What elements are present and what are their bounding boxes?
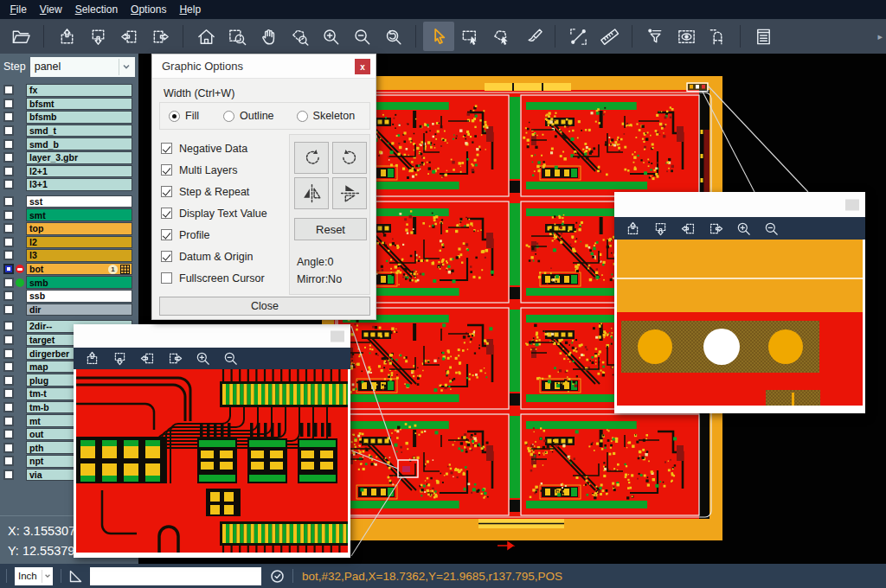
brush-select-button[interactable] bbox=[517, 22, 548, 51]
menu-selection[interactable]: Selection bbox=[68, 1, 124, 18]
zoom-window-titlebar[interactable] bbox=[74, 324, 350, 348]
layer-checkbox-bfsmt[interactable] bbox=[3, 99, 14, 109]
layer-item-dir[interactable]: dir bbox=[26, 304, 132, 316]
layer-item-smd_t[interactable]: smd_t bbox=[26, 125, 132, 137]
window-button[interactable] bbox=[331, 330, 344, 342]
radio-fill[interactable]: Fill bbox=[169, 110, 199, 122]
send-left-button[interactable] bbox=[136, 349, 158, 368]
zoom-out-button[interactable] bbox=[219, 349, 241, 368]
zoom-polygon-button[interactable] bbox=[284, 22, 315, 51]
layer-checkbox-via[interactable] bbox=[3, 470, 14, 480]
layer-checkbox-map[interactable] bbox=[3, 361, 14, 372]
close-icon[interactable]: x bbox=[355, 59, 370, 74]
unit-selector[interactable]: Inch bbox=[15, 567, 53, 585]
layer-item-l2+1[interactable]: l2+1 bbox=[26, 165, 132, 178]
send-up-button[interactable] bbox=[51, 22, 82, 51]
send-right-button[interactable] bbox=[144, 22, 176, 51]
layer-checkbox-tm-t[interactable] bbox=[3, 388, 14, 399]
pan-hand-button[interactable] bbox=[253, 22, 284, 51]
refresh-icon[interactable] bbox=[270, 569, 285, 584]
send-up-button[interactable] bbox=[621, 219, 644, 238]
zoom-in-button[interactable] bbox=[732, 219, 754, 238]
layer-checkbox-dir[interactable] bbox=[3, 304, 14, 315]
layer-checkbox-l3+1[interactable] bbox=[3, 179, 14, 189]
layer-checkbox-fx[interactable] bbox=[3, 85, 14, 95]
layer-checkbox-l2[interactable] bbox=[3, 237, 14, 247]
layer-checkbox-mt[interactable] bbox=[3, 416, 14, 426]
layer-checkbox-ssb[interactable] bbox=[3, 291, 14, 301]
step-selector[interactable]: panel bbox=[30, 57, 135, 77]
layer-checkbox-smb[interactable] bbox=[3, 278, 14, 288]
checkbox-display-text-value[interactable]: Display Text Value bbox=[161, 202, 272, 224]
layer-checkbox-bot[interactable] bbox=[3, 264, 14, 274]
close-dialog-button[interactable]: Close bbox=[159, 297, 370, 316]
layer-checkbox-l2+1[interactable] bbox=[3, 166, 14, 176]
layer-checkbox-pth[interactable] bbox=[3, 443, 14, 453]
send-right-button[interactable] bbox=[164, 349, 186, 368]
send-left-button[interactable] bbox=[677, 219, 699, 238]
menu-options[interactable]: Options bbox=[125, 1, 173, 18]
menu-view[interactable]: View bbox=[33, 1, 68, 18]
send-down-button[interactable] bbox=[82, 22, 113, 51]
select-rect-button[interactable] bbox=[454, 22, 485, 51]
flip-horizontal-button[interactable] bbox=[294, 177, 329, 209]
flip-vertical-button[interactable] bbox=[332, 177, 367, 209]
zoom-window-button[interactable] bbox=[222, 22, 253, 51]
reset-button[interactable]: Reset bbox=[294, 218, 367, 240]
layer-checkbox-smd_t[interactable] bbox=[3, 125, 14, 136]
checkbox-multi-layers[interactable]: Multi Layers bbox=[161, 159, 272, 181]
zoom-in-button[interactable] bbox=[191, 349, 214, 368]
zoom-out-button[interactable] bbox=[346, 22, 377, 51]
layer-item-l3[interactable]: l3 bbox=[26, 249, 132, 262]
checkbox-datum-origin[interactable]: Datum & Origin bbox=[161, 246, 272, 267]
layer-checkbox-smd_b[interactable] bbox=[3, 139, 14, 150]
checkbox-profile[interactable]: Profile bbox=[161, 224, 272, 246]
zoom-in-button[interactable] bbox=[315, 22, 346, 51]
angle-mode-icon[interactable] bbox=[68, 569, 83, 584]
radio-outline[interactable]: Outline bbox=[223, 110, 274, 122]
layer-checkbox-top[interactable] bbox=[3, 223, 14, 233]
layer-checkbox-out[interactable] bbox=[3, 429, 14, 439]
zoom-window-right[interactable] bbox=[614, 192, 865, 413]
layer-item-l3+1[interactable]: l3+1 bbox=[26, 178, 132, 191]
layer-item-bfsmt[interactable]: bfsmt bbox=[26, 98, 132, 111]
layer-checkbox-tm-b[interactable] bbox=[3, 402, 14, 412]
checkbox-step-repeat[interactable]: Step & Repeat bbox=[161, 181, 272, 202]
select-polygon-button[interactable] bbox=[485, 22, 517, 51]
send-right-button[interactable] bbox=[704, 219, 727, 238]
folder-open-button[interactable] bbox=[5, 22, 36, 51]
zoom-previous-button[interactable] bbox=[377, 22, 408, 51]
menu-file[interactable]: File bbox=[3, 1, 33, 18]
layer-item-ssb[interactable]: ssb bbox=[26, 290, 132, 303]
layer-checkbox-bfsmb[interactable] bbox=[3, 112, 14, 122]
report-button[interactable] bbox=[748, 22, 779, 51]
dialog-titlebar[interactable]: Graphic Options x bbox=[152, 54, 376, 79]
toolbar-overflow-icon[interactable]: ▸ bbox=[877, 31, 883, 42]
send-down-button[interactable] bbox=[649, 219, 671, 238]
layer-item-sst[interactable]: sst bbox=[26, 195, 132, 208]
layer-item-top[interactable]: top bbox=[26, 222, 132, 235]
filter-button[interactable] bbox=[639, 22, 671, 51]
command-input[interactable] bbox=[90, 567, 261, 585]
zoom-out-button[interactable] bbox=[760, 219, 782, 238]
layer-checkbox-l3[interactable] bbox=[3, 250, 14, 260]
layer-checkbox-layer_3.gbr[interactable] bbox=[3, 152, 14, 163]
checkbox-fullscreen-cursor[interactable]: Fullscreen Cursor bbox=[161, 267, 272, 289]
layer-item-fx[interactable]: fx bbox=[26, 84, 132, 97]
send-down-button[interactable] bbox=[108, 349, 131, 368]
home-button[interactable] bbox=[190, 22, 222, 51]
checkbox-negative-data[interactable]: Negative Data bbox=[161, 137, 272, 159]
layer-checkbox-2dir--[interactable] bbox=[3, 321, 14, 331]
send-left-button[interactable] bbox=[113, 22, 144, 51]
ruler-button[interactable] bbox=[594, 22, 625, 51]
select-pointer-button[interactable] bbox=[423, 22, 454, 51]
rotate-ccw-button[interactable] bbox=[332, 142, 367, 174]
layer-item-smb[interactable]: smb bbox=[26, 276, 132, 289]
layer-item-smd_b[interactable]: smd_b bbox=[26, 137, 132, 150]
layer-item-bot[interactable]: bot1 bbox=[26, 263, 132, 276]
layer-checkbox-target[interactable] bbox=[3, 335, 14, 345]
layer-item-layer_3.gbr[interactable]: layer_3.gbr bbox=[26, 151, 132, 164]
rotate-cw-button[interactable] bbox=[294, 142, 329, 174]
snap-button[interactable] bbox=[702, 22, 733, 51]
layer-checkbox-plug[interactable] bbox=[3, 375, 14, 386]
